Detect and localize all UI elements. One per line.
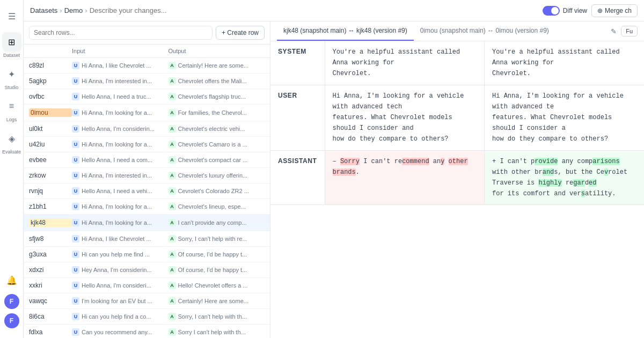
- output-text: Chevrolet's flagship truc...: [178, 93, 246, 100]
- breadcrumb-datasets[interactable]: Datasets: [30, 6, 57, 14]
- diff-toggle[interactable]: [543, 6, 560, 16]
- topbar: Datasets › Demo › Diff view ⊕ Merge ch: [24, 0, 644, 21]
- avatar-2[interactable]: F: [4, 313, 19, 328]
- table-row[interactable]: g3uxa U Hi can you help me find ... A Of…: [24, 247, 270, 262]
- sidebar-item-dataset[interactable]: ⊞ Dataset: [2, 30, 21, 60]
- sidebar-item-menu[interactable]: ☰: [2, 4, 21, 28]
- diff-left-cell: – Sorry I can't recommend any other bran…: [325, 150, 485, 205]
- table-row[interactable]: u42iu U Hi Anna, I'm looking for a... A …: [24, 137, 270, 152]
- menu-icon[interactable]: ☰: [2, 6, 21, 26]
- table-row[interactable]: vawqc U I'm looking for an EV but ... A …: [24, 293, 270, 309]
- table-row[interactable]: 0imou U Hi Anna, I'm looking for a... A …: [24, 105, 270, 121]
- del-text: y: [441, 158, 444, 165]
- table-row[interactable]: sfjw8 U Hi Anna, I like Chevrolet ... A …: [24, 231, 270, 247]
- row-id: xxkri: [29, 282, 72, 289]
- role-a-badge: A: [169, 235, 176, 243]
- dataset-icon[interactable]: ⊞: [2, 32, 21, 52]
- diff-row: USER Hi Anna, I'm looking for a vehicle …: [270, 85, 644, 150]
- output-text: For families, the Chevrol...: [178, 109, 247, 116]
- full-button[interactable]: Fu: [621, 26, 638, 36]
- table-row[interactable]: xdxzi U Hey Anna, I'm considerin... A Of…: [24, 262, 270, 278]
- tab-0imou[interactable]: 0imou (snapshot main) ↔ 0imou (version #…: [414, 21, 555, 41]
- diff-tabs: kjk48 (snapshot main) ↔ kjk48 (version #…: [270, 21, 644, 41]
- table-row[interactable]: kjk48 U Hi Anna, I'm looking for a... A …: [24, 215, 270, 231]
- evaluate-icon[interactable]: ◈: [2, 129, 21, 148]
- add-text: arisons: [592, 158, 619, 165]
- del-text: t: [452, 158, 456, 165]
- role-u-badge: U: [72, 328, 79, 336]
- right-panel: kjk48 (snapshot main) ↔ kjk48 (version #…: [270, 21, 644, 338]
- output-text: Sorry, I can't help with th...: [178, 313, 247, 320]
- add-text: gar: [573, 179, 585, 187]
- diff-left-text: Hi Anna, I'm looking for a vehicle with …: [333, 92, 468, 143]
- row-input: U Hi Anna, I'm looking for a...: [72, 203, 169, 210]
- table-row[interactable]: ovfbc U Hello Anna, I need a truc... A C…: [24, 89, 270, 105]
- sidebar-item-evaluate[interactable]: ◈ Evaluate: [2, 127, 21, 157]
- table-row[interactable]: fdlxa U Can you recommend any... A Sorry…: [24, 325, 270, 338]
- sidebar-item-studio[interactable]: ✦ Studio: [2, 62, 21, 92]
- add-text: ed: [589, 179, 596, 187]
- row-input: U Can you recommend any...: [72, 328, 169, 336]
- diff-role-label: SYSTEM: [270, 41, 325, 85]
- row-id: zrkow: [29, 172, 72, 179]
- table-row[interactable]: evbee U Hello Anna, I need a com... A Ch…: [24, 152, 270, 168]
- role-a-badge: A: [169, 187, 176, 195]
- topbar-right: Diff view ⊕ Merge ch: [543, 4, 638, 17]
- row-output: A Chevrolet's flagship truc...: [169, 93, 265, 100]
- table-row[interactable]: 8i6ca U Hi can you help find a co... A S…: [24, 309, 270, 325]
- row-id: z1bh1: [29, 203, 72, 210]
- breadcrumb-demo[interactable]: Demo: [64, 6, 83, 14]
- table-row[interactable]: z1bh1 U Hi Anna, I'm looking for a... A …: [24, 199, 270, 215]
- edit-icon[interactable]: ✎: [611, 27, 617, 35]
- table-row[interactable]: c89zl U Hi Anna, I like Chevrolet ... A …: [24, 58, 270, 74]
- output-text: Sorry, I can't help with re...: [178, 236, 247, 242]
- row-output: A Of course, I'd be happy t...: [169, 266, 265, 274]
- table-row[interactable]: ul0kt U Hello Anna, I'm considerin... A …: [24, 121, 270, 137]
- row-output: A Sorry, I can't help with th...: [169, 313, 265, 320]
- bell-icon[interactable]: 🔔: [2, 270, 21, 290]
- row-input: U Hi can you help find a co...: [72, 313, 169, 320]
- del-text: d: [425, 158, 429, 165]
- input-text: Hi Anna, I like Chevrolet ...: [82, 62, 151, 69]
- main-content: Datasets › Demo › Diff view ⊕ Merge ch +…: [24, 0, 644, 338]
- logs-icon[interactable]: ≡: [2, 97, 21, 116]
- add-text: a: [543, 168, 546, 176]
- search-bar: + Create row: [24, 21, 270, 45]
- row-id: ul0kt: [29, 125, 72, 133]
- row-input: U Hi Anna, I like Chevrolet ...: [72, 62, 169, 69]
- role-a-badge: A: [169, 297, 176, 305]
- row-id: 5agkp: [29, 77, 72, 85]
- diff-content: SYSTEM You're a helpful assistant called…: [270, 41, 644, 338]
- output-text: I can't provide any comp...: [178, 219, 247, 226]
- search-input[interactable]: [29, 26, 213, 40]
- avatar[interactable]: F: [4, 294, 19, 309]
- tab-kjk48[interactable]: kjk48 (snapshot main) ↔ kjk48 (version #…: [277, 21, 414, 41]
- create-row-button[interactable]: + Create row: [216, 26, 265, 40]
- row-id: g3uxa: [29, 251, 72, 258]
- role-u-badge: U: [72, 251, 79, 258]
- role-a-badge: A: [169, 266, 176, 274]
- role-a-badge: A: [169, 62, 176, 69]
- row-id: ovfbc: [29, 93, 72, 100]
- table-row[interactable]: 5agkp U Hi Anna, I'm interested in... A …: [24, 74, 270, 89]
- del-text: r: [464, 158, 467, 165]
- role-a-badge: A: [169, 313, 176, 320]
- table-row[interactable]: xxkri U Hello Anna, I'm consideri... A H…: [24, 278, 270, 293]
- row-id: kjk48: [29, 218, 72, 227]
- merge-label: Merge ch: [605, 7, 632, 14]
- diff-row: SYSTEM You're a helpful assistant called…: [270, 41, 644, 85]
- description-input[interactable]: [90, 6, 180, 14]
- add-text: highly: [538, 179, 561, 187]
- role-u-badge: U: [72, 156, 79, 164]
- merge-button[interactable]: ⊕ Merge ch: [591, 4, 638, 17]
- diff-left-text: You're a helpful assistant called Anna w…: [333, 48, 464, 77]
- diff-right-text: Hi Anna, I'm looking for a vehicle with …: [492, 92, 627, 143]
- role-u-badge: U: [72, 297, 79, 305]
- sidebar-item-logs[interactable]: ≡ Logs: [2, 94, 21, 124]
- table-row[interactable]: rvnjq U Hello Anna, I need a vehi... A C…: [24, 183, 270, 199]
- row-input: U Hi Anna, I'm looking for a...: [72, 141, 169, 148]
- del-text: r: [336, 168, 340, 176]
- output-text: Certainly! Here are some...: [178, 62, 248, 69]
- table-row[interactable]: zrkow U Hi Anna, I'm interested in... A …: [24, 168, 270, 183]
- studio-icon[interactable]: ✦: [2, 64, 21, 84]
